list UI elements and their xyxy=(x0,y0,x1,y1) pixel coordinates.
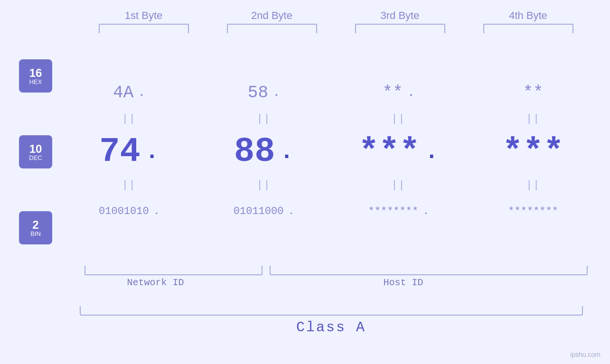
bin-val-4: ******** xyxy=(508,205,558,217)
sep2-val-3: || xyxy=(391,179,405,191)
bin-cell-1: 01001010 . xyxy=(77,205,181,217)
dec-badge-label: DEC xyxy=(29,155,42,161)
bin-badge-label: BIN xyxy=(30,231,41,237)
bin-row: 01001010 . 01011000 . ******** . *******… xyxy=(62,192,601,230)
sep-row-1: || || || || xyxy=(62,112,601,126)
sep2-val-2: || xyxy=(256,179,271,191)
byte-header-2: 2nd Byte xyxy=(220,9,324,22)
dec-dot-3: . xyxy=(425,139,439,165)
bin-cell-4: ******** xyxy=(481,205,585,217)
hex-dot-3: . xyxy=(408,86,414,99)
main-container: 1st Byte 2nd Byte 3rd Byte 4th Byte 16 H… xyxy=(0,0,610,364)
bin-val-2: 01011000 xyxy=(234,205,284,217)
bin-cell-2: 01011000 . xyxy=(212,205,316,217)
sep2-cell-4: || xyxy=(481,179,585,191)
top-brackets xyxy=(80,24,592,33)
bin-dot-1: . xyxy=(154,206,160,217)
bin-val-1: 01001010 xyxy=(99,205,149,217)
rows-grid: 4A . 58 . ** . ** || xyxy=(62,74,601,230)
sep-row-2: || || || || xyxy=(62,178,601,192)
hex-badge: 16 HEX xyxy=(19,59,52,93)
hex-badge-num: 16 xyxy=(29,67,42,79)
hex-val-2: 58 xyxy=(248,83,268,103)
badges-column: 16 HEX 10 DEC 2 BIN xyxy=(0,38,62,266)
sep-val-4: || xyxy=(526,113,540,125)
network-id-label: Network ID xyxy=(127,277,184,288)
dec-badge: 10 DEC xyxy=(19,135,52,168)
hex-cell-3: ** . xyxy=(346,83,450,103)
bin-dot-2: . xyxy=(288,206,294,217)
hex-val-1: 4A xyxy=(113,83,133,103)
watermark: ipshu.com xyxy=(570,351,601,358)
dec-dot-2: . xyxy=(280,139,293,165)
dec-val-2: 88 xyxy=(234,132,275,171)
bracket-2 xyxy=(227,24,317,33)
hex-cell-4: ** xyxy=(481,83,585,103)
dec-val-3: *** xyxy=(358,132,420,171)
hex-val-4: ** xyxy=(523,83,544,103)
sep-val-2: || xyxy=(256,113,271,125)
sep2-val-4: || xyxy=(526,179,540,191)
bracket-1 xyxy=(99,24,189,33)
network-bracket xyxy=(84,266,263,275)
host-id-label: Host ID xyxy=(384,277,423,288)
byte-header-1: 1st Byte xyxy=(92,9,196,22)
hex-val-3: ** xyxy=(383,83,403,103)
bin-badge-num: 2 xyxy=(32,219,38,231)
sep-cell-1: || xyxy=(77,113,181,125)
hex-dot-2: . xyxy=(273,86,280,99)
dec-cell-3: *** . xyxy=(346,132,450,171)
dec-cell-2: 88 . xyxy=(212,132,316,171)
sep-val-1: || xyxy=(122,113,136,125)
sep2-cell-3: || xyxy=(346,179,450,191)
dec-val-4: *** xyxy=(502,132,564,171)
sep2-cell-1: || xyxy=(77,179,181,191)
dec-val-1: 74 xyxy=(99,132,140,171)
dec-cell-4: *** xyxy=(481,132,585,171)
bracket-3 xyxy=(355,24,445,33)
sep2-cell-2: || xyxy=(212,179,316,191)
sep-val-3: || xyxy=(391,113,405,125)
sep-cell-3: || xyxy=(346,113,450,125)
bin-cell-3: ******** . xyxy=(346,205,450,217)
sep-cell-4: || xyxy=(481,113,585,125)
dec-badge-num: 10 xyxy=(29,143,42,155)
hex-dot-1: . xyxy=(138,86,145,99)
host-bracket xyxy=(270,266,588,275)
dec-cell-1: 74 . xyxy=(77,132,181,171)
bin-dot-3: . xyxy=(423,206,429,217)
dec-row: 74 . 88 . *** . *** xyxy=(62,126,601,178)
sep2-val-1: || xyxy=(122,179,136,191)
byte-headers: 1st Byte 2nd Byte 3rd Byte 4th Byte xyxy=(80,9,592,22)
class-label: Class A xyxy=(80,319,583,336)
byte-header-3: 3rd Byte xyxy=(348,9,452,22)
bracket-4 xyxy=(483,24,573,33)
bin-val-3: ******** xyxy=(368,205,419,217)
sep-cell-2: || xyxy=(212,113,316,125)
byte-header-4: 4th Byte xyxy=(476,9,581,22)
content-area: 16 HEX 10 DEC 2 BIN 4A . 58 xyxy=(0,38,610,266)
hex-cell-1: 4A . xyxy=(77,83,181,103)
bin-badge: 2 BIN xyxy=(19,211,52,244)
hex-cell-2: 58 . xyxy=(212,83,316,103)
hex-badge-label: HEX xyxy=(29,79,42,85)
class-bracket xyxy=(80,306,583,316)
dec-dot-1: . xyxy=(145,139,159,165)
hex-row: 4A . 58 . ** . ** xyxy=(62,74,601,112)
